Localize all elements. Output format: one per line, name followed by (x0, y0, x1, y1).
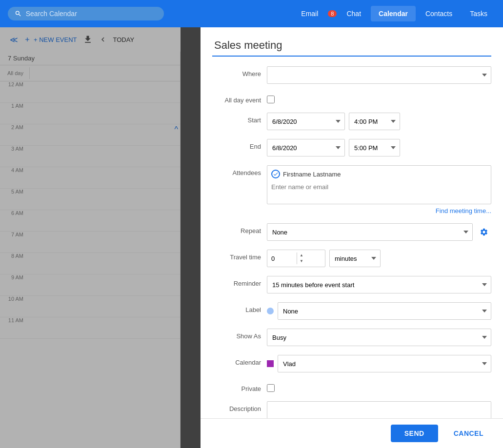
nav-email[interactable]: Email 8 (293, 6, 337, 21)
attendee-input[interactable] (271, 183, 487, 191)
travel-input-wrap: ▲ ▼ (267, 250, 325, 267)
calendar-link[interactable]: Calendar (371, 6, 416, 21)
where-label: Where (212, 66, 261, 78)
label-color-dot (267, 308, 274, 314)
reminder-row: Reminder 15 minutes before event start 3… (212, 276, 491, 293)
end-time-select[interactable]: 5:00 PM 5:30 PM 6:00 PM (349, 139, 400, 156)
attendee-tag: Firstname Lastname (271, 170, 341, 178)
show-as-row: Show As Busy Free Tentative (212, 329, 491, 346)
repeat-inner: None Daily Weekly Monthly Yearly (267, 223, 491, 241)
where-control: Office Home Online (267, 66, 491, 84)
chat-link[interactable]: Chat (339, 6, 369, 21)
end-datetime: 6/8/2020 5:00 PM 5:30 PM 6:00 PM (267, 139, 491, 156)
description-control (267, 401, 491, 418)
repeat-settings-button[interactable] (477, 225, 491, 239)
start-label: Start (212, 113, 261, 124)
start-date-select[interactable]: 6/8/2020 (267, 113, 345, 130)
gear-icon (480, 228, 488, 236)
label-label: Label (212, 302, 261, 313)
event-title-input[interactable] (212, 35, 491, 57)
show-as-label: Show As (212, 329, 261, 340)
search-bar[interactable] (8, 7, 164, 20)
travel-time-label: Travel time (212, 250, 261, 261)
private-row: Private (212, 381, 491, 392)
calendar-row-inner: Vlad (267, 355, 491, 372)
start-datetime: 6/8/2020 4:00 PM 4:30 PM 5:00 PM (267, 113, 491, 130)
dialog-footer: SEND CANCEL (201, 418, 503, 448)
calendar-control: Vlad (267, 355, 491, 372)
repeat-row: Repeat None Daily Weekly Monthly Yearly (212, 223, 491, 241)
contacts-link[interactable]: Contacts (418, 6, 460, 21)
travel-time-control: ▲ ▼ minutes hours (267, 250, 491, 267)
show-as-control: Busy Free Tentative (267, 329, 491, 346)
end-row: End 6/8/2020 5:00 PM 5:30 PM 6:00 PM (212, 139, 491, 156)
start-time-select[interactable]: 4:00 PM 4:30 PM 5:00 PM (349, 113, 400, 130)
calendar-row-form: Calendar Vlad (212, 355, 491, 372)
travel-up-button[interactable]: ▲ (297, 253, 306, 258)
start-row: Start 6/8/2020 4:00 PM 4:30 PM 5:00 PM (212, 113, 491, 130)
show-as-select[interactable]: Busy Free Tentative (267, 329, 491, 346)
search-input[interactable] (26, 10, 157, 18)
end-date-select[interactable]: 6/8/2020 (267, 139, 345, 156)
travel-row-inner: ▲ ▼ minutes hours (267, 250, 491, 267)
travel-time-input[interactable] (267, 252, 297, 265)
send-button[interactable]: SEND (391, 425, 438, 442)
travel-down-button[interactable]: ▼ (297, 258, 306, 264)
email-badge: 8 (328, 10, 337, 17)
all-day-control (267, 93, 491, 103)
reminder-control: 15 minutes before event start 30 minutes… (267, 276, 491, 293)
description-label: Description (212, 401, 261, 412)
event-dialog: Where Office Home Online All day event (201, 27, 503, 448)
all-day-row-form: All day event (212, 93, 491, 104)
cancel-button[interactable]: CANCEL (446, 425, 491, 442)
private-control (267, 381, 491, 392)
travel-unit-select[interactable]: minutes hours (329, 250, 381, 267)
label-row-form: Label None Important Work Personal (212, 302, 491, 320)
attendees-control: Firstname Lastname Find meeting time... (267, 165, 491, 214)
end-label: End (212, 139, 261, 150)
repeat-select[interactable]: None Daily Weekly Monthly Yearly (267, 223, 473, 241)
all-day-checkbox[interactable] (267, 96, 275, 103)
attendee-status-icon (271, 170, 280, 178)
attendee-name: Firstname Lastname (283, 171, 341, 178)
top-navigation: Email 8 Chat Calendar Contacts Tasks (0, 0, 503, 27)
calendar-color-swatch (267, 360, 274, 367)
nav-links: Email 8 Chat Calendar Contacts Tasks (293, 6, 495, 21)
private-label: Private (212, 381, 261, 392)
label-select[interactable]: None Important Work Personal (278, 302, 491, 320)
where-row: Where Office Home Online (212, 66, 491, 84)
modal-overlay: Where Office Home Online All day event (0, 27, 503, 448)
where-select[interactable]: Office Home Online (267, 66, 491, 84)
calendar-label: Calendar (212, 355, 261, 366)
attendees-label: Attendees (212, 165, 261, 176)
travel-stepper: ▲ ▼ (297, 253, 306, 264)
email-link[interactable]: Email (293, 6, 326, 21)
repeat-control: None Daily Weekly Monthly Yearly (267, 223, 491, 241)
find-meeting-link[interactable]: Find meeting time... (267, 207, 491, 214)
attendees-box: Firstname Lastname (267, 165, 491, 204)
calendar-background: ≪ + NEW EVENT TODAY 7 Sunday All day 12 … (0, 27, 503, 448)
label-control: None Important Work Personal (267, 302, 491, 320)
end-control: 6/8/2020 5:00 PM 5:30 PM 6:00 PM (267, 139, 491, 156)
dialog-content: Where Office Home Online All day event (201, 27, 503, 418)
description-row: Description (212, 401, 491, 418)
start-control: 6/8/2020 4:00 PM 4:30 PM 5:00 PM (267, 113, 491, 130)
attendees-row: Attendees Firstname Lastname (212, 165, 491, 214)
search-icon (15, 10, 22, 18)
tasks-link[interactable]: Tasks (462, 6, 495, 21)
calendar-select[interactable]: Vlad (278, 355, 491, 372)
private-checkbox[interactable] (267, 384, 275, 392)
reminder-select[interactable]: 15 minutes before event start 30 minutes… (267, 276, 491, 293)
description-textarea[interactable] (267, 401, 491, 418)
repeat-label: Repeat (212, 223, 261, 234)
all-day-event-label: All day event (212, 93, 261, 104)
reminder-label: Reminder (212, 276, 261, 287)
label-row-inner: None Important Work Personal (267, 302, 491, 320)
travel-time-row: Travel time ▲ ▼ minutes (212, 250, 491, 267)
